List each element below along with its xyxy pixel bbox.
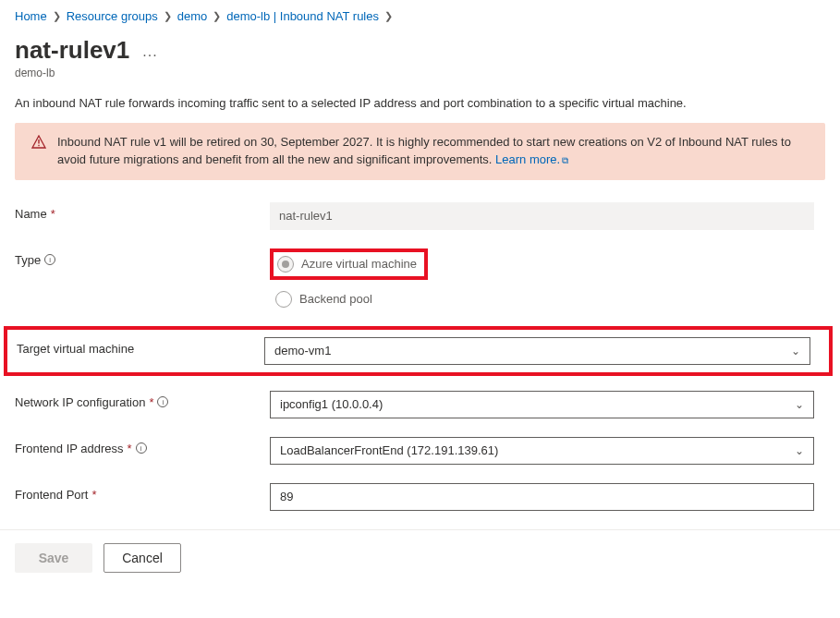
save-button: Save (15, 543, 92, 573)
name-input (270, 202, 814, 230)
external-link-icon: ⧉ (562, 155, 568, 165)
network-ip-label: Network IP configuration* i (15, 391, 270, 409)
frontend-port-input[interactable] (270, 483, 814, 511)
breadcrumb-resource-groups[interactable]: Resource groups (67, 9, 158, 23)
warning-icon (31, 135, 46, 169)
network-ip-select[interactable]: ipconfig1 (10.0.0.4) ⌄ (270, 391, 814, 418)
type-radio-backend-pool[interactable]: Backend pool (275, 291, 825, 308)
radio-icon (277, 256, 294, 273)
svg-rect-1 (38, 139, 39, 144)
radio-icon (275, 291, 292, 308)
footer-bar: Save Cancel (0, 529, 840, 586)
type-radio-azure-vm[interactable]: Azure virtual machine (277, 256, 417, 273)
info-icon[interactable]: i (157, 396, 168, 407)
breadcrumb: Home ❯ Resource groups ❯ demo ❯ demo-lb … (15, 7, 825, 32)
warning-banner: Inbound NAT rule v1 will be retired on 3… (15, 123, 825, 180)
breadcrumb-home[interactable]: Home (15, 9, 47, 23)
frontend-ip-select[interactable]: LoadBalancerFrontEnd (172.191.139.61) ⌄ (270, 437, 814, 465)
target-vm-select[interactable]: demo-vm1 ⌄ (264, 337, 810, 365)
name-label: Name* (15, 202, 270, 221)
info-icon[interactable]: i (136, 442, 147, 454)
type-label: Type i (15, 248, 270, 267)
chevron-down-icon: ⌄ (795, 398, 804, 411)
page-subtitle: demo-lb (15, 67, 825, 79)
chevron-right-icon: ❯ (384, 10, 393, 22)
warning-text: Inbound NAT rule v1 will be retired on 3… (57, 135, 791, 166)
more-actions-icon[interactable]: ··· (142, 47, 157, 64)
target-vm-highlight: Target virtual machine demo-vm1 ⌄ (4, 326, 833, 376)
frontend-ip-label: Frontend IP address* i (15, 437, 270, 455)
breadcrumb-demo[interactable]: demo (177, 9, 208, 23)
cancel-button[interactable]: Cancel (103, 543, 181, 573)
chevron-down-icon: ⌄ (791, 345, 800, 357)
breadcrumb-lb-nat[interactable]: demo-lb | Inbound NAT rules (226, 9, 379, 23)
radio-vm-highlight: Azure virtual machine (270, 248, 428, 280)
page-title: nat-rulev1 (15, 36, 129, 65)
frontend-port-label: Frontend Port* (15, 483, 270, 502)
learn-more-link[interactable]: Learn more.⧉ (495, 152, 568, 166)
svg-rect-2 (38, 145, 39, 146)
chevron-right-icon: ❯ (53, 10, 61, 22)
target-vm-label: Target virtual machine (17, 337, 264, 356)
chevron-right-icon: ❯ (164, 10, 172, 22)
chevron-down-icon: ⌄ (795, 444, 804, 457)
info-icon[interactable]: i (44, 254, 55, 265)
page-description: An inbound NAT rule forwards incoming tr… (15, 96, 825, 110)
chevron-right-icon: ❯ (213, 10, 221, 22)
